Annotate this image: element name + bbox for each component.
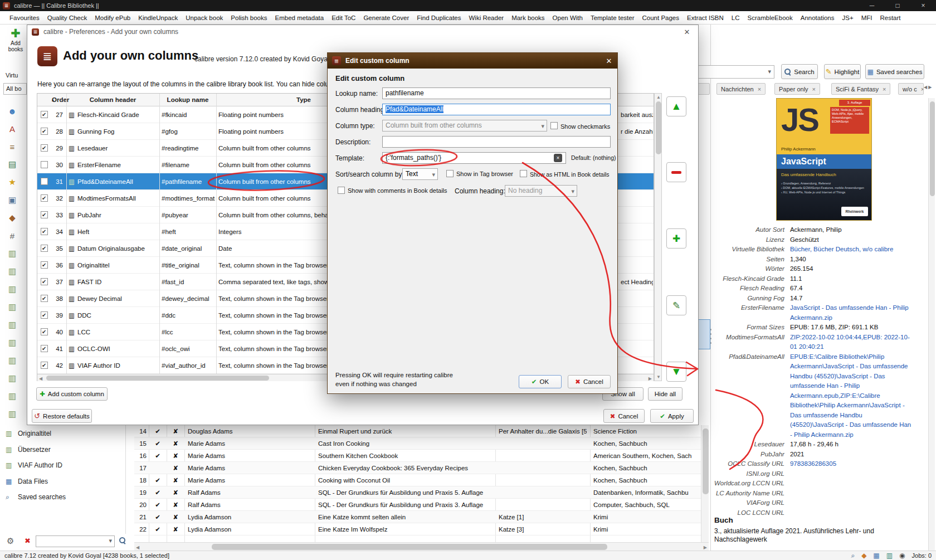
restore-defaults-button[interactable]: ↺ Restore defaults xyxy=(32,409,92,423)
metadata-value[interactable]: JavaScript - Das umfassende Han - Philip… xyxy=(790,303,915,323)
column-view-icon[interactable]: ▥ xyxy=(886,552,893,559)
metadata-value[interactable]: Bücher, Bücher Deutsch, w/o calibre xyxy=(790,245,915,255)
preferences-close-icon[interactable]: ✕ xyxy=(679,25,695,38)
menu-item-embed-metadata[interactable]: Embed metadata xyxy=(271,14,328,21)
sidebar-item-viaf-author-id[interactable]: ▥VIAF Author ID xyxy=(2,457,124,474)
scroll-left-arrow[interactable]: ◀ xyxy=(136,545,139,550)
menu-item-quality-check[interactable]: Quality Check xyxy=(43,14,91,21)
list-item[interactable]: 14✔✘Douglas AdamsEinmal Rupert und zurüc… xyxy=(134,425,701,437)
show-in-tag-browser-checkbox[interactable] xyxy=(446,170,454,177)
menu-item-generate-cover[interactable]: Generate Cover xyxy=(359,14,413,21)
scroll-right-arrow[interactable]: ▶ xyxy=(649,376,652,381)
custom-column-icon[interactable]: ▥ xyxy=(6,371,19,386)
virtual-library-button[interactable]: Virtu xyxy=(6,72,18,79)
chip-close-icon[interactable]: × xyxy=(758,86,761,92)
search-chip-paper-only[interactable]: Paper only× xyxy=(774,83,820,95)
table-hscroll-thumb[interactable] xyxy=(46,376,269,381)
search-chip-nachrichten[interactable]: Nachrichten× xyxy=(716,83,766,95)
menu-item-restart[interactable]: Restart xyxy=(876,14,904,21)
sidebar-item-saved-searches[interactable]: ⌕Saved searches xyxy=(2,489,124,505)
jobs-indicator[interactable]: Jobs: 0 xyxy=(912,552,932,559)
scroll-down-arrow[interactable]: ▼ xyxy=(656,374,661,379)
list-item[interactable]: 22✔✘Lydia AdamsonEine Katze Im Wolfspelz… xyxy=(134,523,701,535)
edit-column-button[interactable]: ✎ xyxy=(666,295,686,315)
add-column-button[interactable]: ✚ xyxy=(666,228,686,249)
menu-item-unpack-book[interactable]: Unpack book xyxy=(182,14,227,21)
sidebar-item-originaltitel[interactable]: ▥Originaltitel xyxy=(2,426,124,442)
search-status-icon[interactable]: ⌕ xyxy=(851,552,855,559)
highlight-button[interactable]: ✎ Highlight xyxy=(824,64,861,79)
tag-browser-search-icon[interactable] xyxy=(119,537,126,544)
move-column-up-button[interactable]: ▲ xyxy=(666,96,686,116)
column-type-select[interactable]: Column built from other columns▾ xyxy=(382,120,547,132)
details-vscroll-thumb[interactable] xyxy=(930,101,935,196)
list-item[interactable]: 21✔✘Lydia AdamsonEine Katze kommt selten… xyxy=(134,511,701,523)
template-input[interactable]: {:'formats_paths()'} xyxy=(382,152,566,164)
clear-filter-icon[interactable]: ✖ xyxy=(25,537,31,545)
custom-column-icon[interactable]: ▥ xyxy=(6,318,19,332)
metadata-value[interactable]: 9783836286305 xyxy=(790,459,915,469)
authors-icon[interactable]: ☻ xyxy=(6,104,19,118)
table-vscrollbar[interactable]: ▲ ▼ xyxy=(654,93,662,381)
tags-icon[interactable]: ◆ xyxy=(6,211,19,225)
description-input[interactable] xyxy=(382,136,611,148)
menu-item-mfi[interactable]: MFI xyxy=(857,14,876,21)
tag-status-icon[interactable]: ◆ xyxy=(861,552,866,559)
column-heading-input[interactable]: Pfad&DateinameAll xyxy=(382,104,611,115)
identifiers-icon[interactable]: # xyxy=(6,228,19,243)
chip-scroll-arrows[interactable]: ◀▶ xyxy=(924,85,933,90)
show-with-comments-checkbox[interactable] xyxy=(338,187,345,194)
chip-close-icon[interactable]: × xyxy=(883,86,886,92)
book-list-hscroll-thumb[interactable] xyxy=(212,544,607,550)
tag-browser-search-combo[interactable] xyxy=(36,535,115,547)
menu-item-edit-toc[interactable]: Edit ToC xyxy=(328,14,359,21)
configure-icon[interactable]: ⚙ xyxy=(7,536,14,546)
menu-item-mark-books[interactable]: Mark books xyxy=(508,14,548,21)
menu-item-wiki-reader[interactable]: Wiki Reader xyxy=(465,14,508,21)
menu-item-open-with[interactable]: Open With xyxy=(549,14,587,21)
chip-close-icon[interactable]: × xyxy=(812,86,816,92)
custom-column-icon[interactable]: ▥ xyxy=(6,335,19,350)
search-button[interactable]: Search xyxy=(781,64,818,79)
sort-by-select[interactable]: Text▾ xyxy=(402,168,438,180)
modal-cancel-button[interactable]: ✖ Cancel xyxy=(568,375,611,388)
menu-item-polish-books[interactable]: Polish books xyxy=(227,14,271,21)
sidebar-item-übersetzer[interactable]: ▥Übersetzer xyxy=(2,442,124,458)
clear-template-icon[interactable]: × xyxy=(554,154,562,162)
add-books-button[interactable]: ✚ Add books xyxy=(4,27,27,52)
show-checkmarks-checkbox[interactable] xyxy=(550,122,558,129)
custom-column-icon[interactable]: ▥ xyxy=(6,353,19,368)
menu-item-template-tester[interactable]: Template tester xyxy=(587,14,638,21)
preferences-titlebar[interactable]: ≣ calibre - Preferences - Add your own c… xyxy=(27,25,698,38)
menu-item-count-pages[interactable]: Count Pages xyxy=(638,14,684,21)
col-header-lookup-name[interactable]: Lookup name xyxy=(159,94,216,106)
metadata-value[interactable]: ZIP:2022-10-02 10:04:44,EPUB: 2022-10-01… xyxy=(790,333,915,352)
menu-item-kindleunpack[interactable]: KindleUnpack xyxy=(134,14,182,21)
grid-view-icon[interactable]: ▦ xyxy=(873,552,879,559)
menu-item-find-duplicates[interactable]: Find Duplicates xyxy=(413,14,465,21)
lookup-name-input[interactable]: pathfilename xyxy=(382,87,611,99)
custom-column-icon[interactable]: ▥ xyxy=(6,389,19,403)
modal-titlebar[interactable]: ≣ Edit custom column ✕ xyxy=(328,53,617,69)
delete-column-button[interactable] xyxy=(666,162,686,182)
menu-item-annotations[interactable]: Annotations xyxy=(797,14,838,21)
formats-icon[interactable]: ▤ xyxy=(6,157,19,172)
prefs-cancel-button[interactable]: ✖ Cancel xyxy=(603,409,645,423)
list-item[interactable]: 17✘Marie AdamsChicken Everyday Cookbook:… xyxy=(134,462,701,474)
minimize-button[interactable]: ─ xyxy=(859,0,885,11)
list-item[interactable]: 15✔✘Marie AdamsCast Iron CookingKochen, … xyxy=(134,437,701,450)
search-chip-scifi-fantasy[interactable]: SciFi & Fantasy× xyxy=(831,83,890,95)
details-vscrollbar[interactable] xyxy=(928,98,935,551)
book-list-vscroll-thumb[interactable] xyxy=(703,428,709,494)
menu-item-js-[interactable]: JS+ xyxy=(838,14,857,21)
custom-column-icon[interactable]: ▥ xyxy=(6,407,19,421)
maximize-button[interactable]: □ xyxy=(885,0,910,11)
prefs-apply-button[interactable]: ✔ Apply xyxy=(650,409,694,423)
add-custom-column-button[interactable]: ✚ Add custom column xyxy=(36,387,108,401)
show-as-html-checkbox[interactable] xyxy=(520,170,527,177)
series-icon[interactable]: ≡ xyxy=(6,139,19,154)
book-list-vscrollbar[interactable] xyxy=(701,425,709,542)
scroll-right-arrow[interactable]: ▶ xyxy=(704,545,707,550)
col-header-column-header[interactable]: Column header xyxy=(66,94,159,106)
ratings-icon[interactable]: ★ xyxy=(6,175,19,189)
